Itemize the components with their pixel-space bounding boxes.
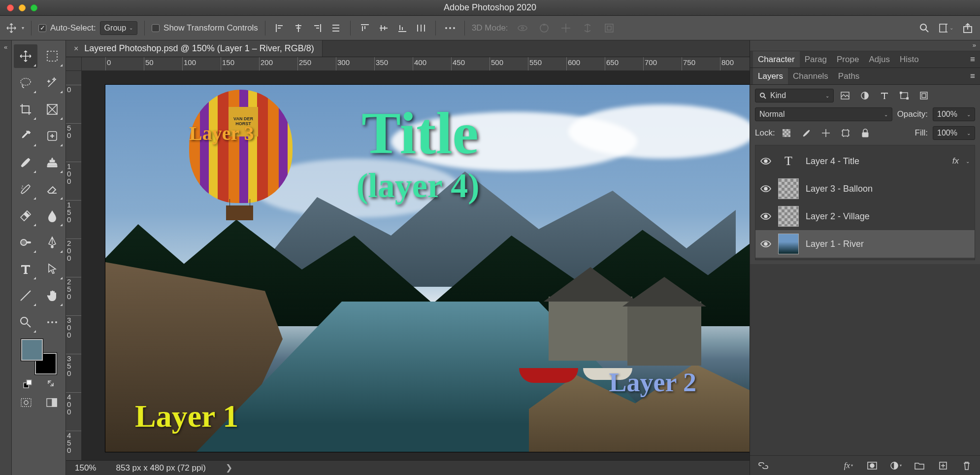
close-window-button[interactable] — [7, 4, 14, 11]
document-tab[interactable]: × Layered Photoshop.psd @ 150% (Layer 1 … — [66, 40, 323, 57]
zoom-tool[interactable] — [14, 310, 37, 334]
healing-brush-tool[interactable] — [40, 124, 64, 148]
foreground-color[interactable] — [21, 339, 43, 361]
layer-name-label[interactable]: Layer 1 - River — [806, 239, 970, 249]
link-layers-icon[interactable] — [757, 459, 770, 472]
rectangular-marquee-tool[interactable] — [40, 44, 64, 68]
layer-thumbnail[interactable] — [778, 206, 799, 227]
align-vcenter-icon[interactable] — [376, 21, 391, 35]
auto-select-mode-dropdown[interactable]: Group ⌄ — [100, 21, 137, 35]
lock-artboard-icon[interactable] — [839, 127, 852, 139]
move-tool[interactable] — [14, 44, 37, 68]
maximize-window-button[interactable] — [31, 4, 37, 11]
distribute-icon[interactable] — [414, 21, 428, 35]
lock-image-icon[interactable] — [800, 127, 813, 139]
fill-field[interactable]: 100% ⌄ — [933, 126, 975, 140]
crop-tool[interactable] — [14, 98, 37, 121]
layer-row[interactable]: Layer 3 - Balloon — [755, 175, 975, 203]
filter-shape-icon[interactable] — [898, 89, 911, 102]
panel-tab-layers[interactable]: Layers — [753, 68, 788, 84]
new-adjustment-layer-icon[interactable]: ▾ — [889, 459, 902, 472]
filter-smartobject-icon[interactable] — [917, 89, 930, 102]
layer-name-label[interactable]: Layer 4 - Title — [806, 156, 946, 167]
panel-tab-adjus[interactable]: Adjus — [864, 51, 895, 68]
tool-preset-button[interactable]: ▾ — [5, 22, 24, 34]
panel-menu-icon[interactable]: ≡ — [965, 71, 980, 81]
gradient-tool[interactable] — [14, 204, 37, 228]
visibility-toggle-icon[interactable] — [760, 157, 771, 165]
horizontal-ruler[interactable]: 0501001502002503003504004505005506006507… — [82, 57, 750, 71]
share-icon[interactable] — [960, 21, 975, 35]
layer-row[interactable]: Layer 1 - River — [755, 230, 975, 258]
search-icon[interactable] — [917, 21, 932, 35]
align-menu-icon[interactable] — [328, 21, 343, 35]
lock-transparency-icon[interactable] — [780, 127, 793, 139]
filter-adjustment-icon[interactable] — [858, 89, 871, 102]
panel-tab-character[interactable]: Character — [753, 51, 800, 68]
3d-slide-icon[interactable] — [580, 21, 595, 35]
close-tab-icon[interactable]: × — [74, 44, 78, 53]
document-info[interactable]: 853 px x 480 px (72 ppi) — [116, 463, 205, 473]
collapse-toolbar-button[interactable]: « — [0, 40, 12, 475]
history-brush-tool[interactable] — [14, 177, 37, 201]
3d-roll-icon[interactable] — [537, 21, 552, 35]
brush-tool[interactable] — [14, 151, 37, 174]
color-swatches[interactable] — [21, 339, 57, 374]
swap-colors-icon[interactable] — [47, 379, 55, 388]
opacity-field[interactable]: 100% ⌄ — [933, 107, 975, 121]
layer-filter-dropdown[interactable]: Kind ⌄ — [755, 89, 834, 102]
default-colors-icon[interactable] — [23, 379, 32, 388]
panel-tab-parag[interactable]: Parag — [800, 51, 832, 68]
new-layer-icon[interactable] — [937, 459, 949, 472]
3d-scale-icon[interactable] — [602, 21, 617, 35]
show-transform-checkbox[interactable] — [152, 24, 160, 32]
panel-tab-paths[interactable]: Paths — [833, 68, 864, 84]
minimize-window-button[interactable] — [19, 4, 26, 11]
layer-row[interactable]: TLayer 4 - Titlefx⌄ — [755, 147, 975, 175]
blend-mode-dropdown[interactable]: Normal ⌄ — [755, 107, 892, 121]
hand-tool[interactable] — [40, 284, 64, 307]
layer-fx-badge[interactable]: fx — [952, 156, 959, 166]
path-selection-tool[interactable] — [40, 257, 64, 281]
line-tool[interactable] — [14, 284, 37, 307]
panel-menu-icon[interactable]: ≡ — [965, 55, 980, 65]
layer-thumbnail[interactable]: T — [778, 151, 799, 171]
workspace-switcher-icon[interactable]: ⌄ — [939, 21, 953, 35]
layer-thumbnail[interactable] — [778, 178, 799, 199]
lasso-tool[interactable] — [14, 71, 37, 95]
type-tool[interactable] — [14, 257, 37, 281]
3d-orbit-icon[interactable] — [515, 21, 530, 35]
layer-name-label[interactable]: Layer 2 - Village — [806, 211, 970, 222]
panel-tab-prope[interactable]: Prope — [832, 51, 864, 68]
frame-tool[interactable] — [40, 98, 64, 121]
filter-type-icon[interactable] — [878, 89, 891, 102]
layer-effects-icon[interactable]: fx▾ — [842, 459, 855, 472]
vertical-ruler[interactable]: 050100150200250300350400450 — [66, 71, 82, 460]
canvas[interactable]: VAN DERHORST Layer 3 Layer 1 Layer 2 Tit… — [105, 85, 750, 452]
align-hcenter-icon[interactable] — [291, 21, 306, 35]
add-mask-icon[interactable] — [866, 459, 879, 472]
status-more-icon[interactable]: ❯ — [226, 463, 232, 473]
lock-all-icon[interactable] — [859, 127, 872, 139]
align-bottom-icon[interactable] — [395, 21, 410, 35]
filter-pixel-icon[interactable] — [839, 89, 851, 102]
pen-tool[interactable] — [40, 231, 64, 254]
align-top-icon[interactable] — [358, 21, 372, 35]
visibility-toggle-icon[interactable] — [760, 212, 771, 220]
layer-name-label[interactable]: Layer 3 - Balloon — [806, 184, 970, 194]
eyedropper-tool[interactable] — [14, 124, 37, 148]
canvas-viewport[interactable]: VAN DERHORST Layer 3 Layer 1 Layer 2 Tit… — [82, 71, 750, 460]
auto-select-checkbox[interactable] — [38, 24, 46, 32]
visibility-toggle-icon[interactable] — [760, 185, 771, 193]
new-group-icon[interactable] — [913, 459, 926, 472]
overflow-icon[interactable] — [443, 21, 457, 35]
3d-pan-icon[interactable] — [558, 21, 573, 35]
edit-toolbar-button[interactable] — [40, 310, 64, 334]
zoom-level[interactable]: 150% — [75, 463, 96, 473]
blur-tool[interactable] — [40, 204, 64, 228]
magic-wand-tool[interactable] — [40, 71, 64, 95]
collapse-panels-button[interactable]: » — [750, 40, 980, 51]
layer-thumbnail[interactable] — [778, 234, 799, 254]
quick-mask-icon[interactable] — [21, 398, 32, 407]
panel-tab-histo[interactable]: Histo — [895, 51, 924, 68]
